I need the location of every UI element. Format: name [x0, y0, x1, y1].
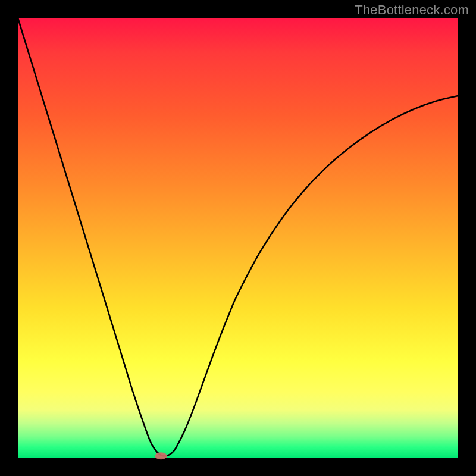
bottleneck-curve [18, 18, 458, 456]
curve-svg [18, 18, 458, 458]
min-marker [155, 452, 167, 459]
watermark-text: TheBottleneck.com [355, 2, 469, 18]
plot-area [18, 18, 458, 458]
chart-frame: TheBottleneck.com [0, 0, 476, 476]
